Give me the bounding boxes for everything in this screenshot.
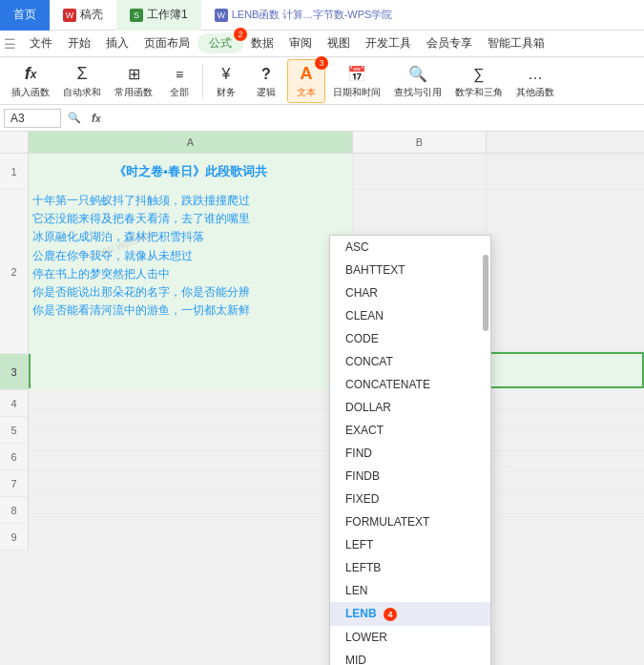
- cell-a3[interactable]: [31, 354, 355, 390]
- menu-layout[interactable]: 页面布局: [136, 33, 197, 53]
- more-fn-btn[interactable]: … 其他函数: [510, 60, 560, 102]
- menu-file[interactable]: 文件: [22, 33, 60, 53]
- finance-icon: ¥: [215, 63, 238, 86]
- tab-workbook-label: 工作簿1: [147, 7, 188, 23]
- dropdown-item-len[interactable]: LEN: [330, 579, 490, 602]
- text-fn-dropdown: ASC BAHTTEXT CHAR CLEAN CODE CONCAT CONC…: [329, 235, 491, 665]
- menu-devtools[interactable]: 开发工具: [358, 33, 419, 53]
- cell-a9[interactable]: [29, 493, 353, 514]
- row-num-9[interactable]: 9: [0, 524, 28, 551]
- tab-home[interactable]: 首页: [0, 0, 50, 31]
- tab-home-label: 首页: [13, 7, 36, 23]
- math-btn[interactable]: ∑ 数学和三角: [449, 60, 509, 102]
- autosum-label: 自动求和: [63, 86, 101, 99]
- dropdown-item-left[interactable]: LEFT: [330, 533, 490, 556]
- common-fn-btn[interactable]: ⊞ 常用函数: [109, 60, 158, 102]
- dropdown-item-concat[interactable]: CONCAT: [330, 350, 490, 373]
- text-fn-badge: 3: [315, 56, 328, 70]
- dropdown-item-findb[interactable]: FINDB: [330, 465, 490, 488]
- tab-draft[interactable]: W 稿壳: [50, 0, 116, 31]
- lookup-icon: 🔍: [406, 63, 429, 86]
- row-num-col: 1 2 3 4 5 6 7 8 9: [0, 154, 29, 551]
- dropdown-item-lower[interactable]: LOWER: [330, 626, 490, 649]
- all-fn-icon: ≡: [168, 63, 191, 86]
- finance-label: 财务: [217, 86, 236, 99]
- fx-label: fx: [88, 112, 105, 125]
- col-header-b[interactable]: B: [353, 132, 487, 153]
- cell-a5[interactable]: [29, 409, 353, 430]
- insert-fn-label: 插入函数: [11, 86, 50, 99]
- cell-a7[interactable]: [29, 451, 353, 472]
- menu-formula[interactable]: 公式 2: [197, 33, 243, 53]
- cell-a4[interactable]: [29, 388, 353, 409]
- dropdown-item-find[interactable]: FIND: [330, 442, 490, 465]
- table-row: 《时之卷•春日》此段歌词共: [29, 154, 644, 190]
- more-fn-label: 其他函数: [516, 86, 554, 99]
- toolbar: fx 插入函数 Σ 自动求和 ⊞ 常用函数 ≡ 全部 ¥ 财务 ? 逻辑 A 文…: [0, 57, 644, 105]
- grid-container: A B 1 2 3 4 5 6 7 8 9 《时之卷•春日: [0, 132, 644, 551]
- finance-btn[interactable]: ¥ 财务: [207, 60, 245, 102]
- cell-a8[interactable]: [29, 472, 353, 493]
- common-fn-icon: ⊞: [122, 63, 145, 86]
- dropdown-item-lenb[interactable]: LENB 4: [330, 602, 490, 626]
- dropdown-scrollbar[interactable]: [483, 255, 488, 331]
- insert-fn-icon: fx: [19, 63, 42, 86]
- insert-fn-btn[interactable]: fx 插入函数: [6, 60, 55, 102]
- tab-draft-label: 稿壳: [80, 7, 103, 23]
- dropdown-item-leftb[interactable]: LEFTB: [330, 556, 490, 579]
- logical-label: 逻辑: [257, 86, 276, 99]
- cell-a6[interactable]: [29, 430, 353, 451]
- menu-bar: ☰ 文件 开始 插入 页面布局 公式 2 数据 审阅 视图 开发工具 会员专享 …: [0, 31, 644, 57]
- lookup-btn[interactable]: 🔍 查找与引用: [388, 60, 447, 102]
- menu-view[interactable]: 视图: [320, 33, 358, 53]
- logical-icon: ?: [255, 63, 278, 86]
- text-fn-btn[interactable]: A 文本 3: [287, 59, 325, 103]
- lookup-label: 查找与引用: [394, 86, 442, 99]
- cell-a1[interactable]: 《时之卷•春日》此段歌词共: [29, 154, 353, 190]
- menu-insert[interactable]: 插入: [98, 33, 136, 53]
- row-num-1[interactable]: 1: [0, 154, 28, 190]
- autosum-icon: Σ: [71, 63, 93, 86]
- dropdown-item-exact[interactable]: EXACT: [330, 419, 490, 442]
- dropdown-item-asc[interactable]: ASC: [330, 236, 490, 259]
- dropdown-item-bahttext[interactable]: BAHTTEXT: [330, 259, 490, 281]
- row-num-6[interactable]: 6: [0, 444, 28, 470]
- cell-b1[interactable]: [353, 154, 487, 190]
- row-num-8[interactable]: 8: [0, 497, 28, 524]
- col-header-a[interactable]: A: [29, 132, 353, 153]
- datetime-btn[interactable]: 📅 日期和时间: [327, 60, 386, 102]
- dropdown-item-clean[interactable]: CLEAN: [330, 304, 490, 327]
- autosum-btn[interactable]: Σ 自动求和: [57, 60, 107, 102]
- row-num-2[interactable]: 2: [0, 190, 28, 354]
- dropdown-item-char[interactable]: CHAR: [330, 281, 490, 304]
- row-num-7[interactable]: 7: [0, 470, 28, 497]
- menu-ai[interactable]: 智能工具箱: [480, 33, 552, 53]
- dropdown-item-fixed[interactable]: FIXED: [330, 488, 490, 510]
- lenb-logo: W: [215, 9, 228, 22]
- tab-lenb[interactable]: W LENB函数 计算...字节数-WPS学院: [201, 0, 406, 31]
- logical-btn[interactable]: ? 逻辑: [247, 60, 285, 102]
- dropdown-item-formulatext[interactable]: FORMULATEXT: [330, 510, 490, 533]
- menu-vip[interactable]: 会员专享: [419, 33, 480, 53]
- formula-bar: 🔍 fx: [0, 105, 644, 132]
- menu-home[interactable]: 开始: [60, 33, 98, 53]
- cell-a2[interactable]: 十年第一只蚂蚁抖了抖触须，跌跌撞撞爬过 它还没能来得及把春天看清，去了谁的嘴里 …: [29, 190, 353, 354]
- common-fn-label: 常用函数: [114, 86, 153, 99]
- menu-review[interactable]: 审阅: [281, 33, 320, 53]
- dropdown-item-code[interactable]: CODE: [330, 327, 490, 350]
- row-num-4[interactable]: 4: [0, 390, 28, 417]
- dropdown-item-concatenate[interactable]: CONCATENATE: [330, 373, 490, 396]
- zoom-icon: 🔍: [65, 112, 84, 124]
- dropdown-item-dollar[interactable]: DOLLAR: [330, 396, 490, 419]
- formula-input[interactable]: [109, 112, 640, 125]
- row-num-5[interactable]: 5: [0, 417, 28, 444]
- cell-ref-input[interactable]: [4, 109, 61, 128]
- row-num-3[interactable]: 3: [0, 354, 28, 390]
- datetime-label: 日期和时间: [333, 86, 381, 99]
- tab-workbook[interactable]: S 工作簿1: [116, 0, 201, 31]
- all-fn-btn[interactable]: ≡ 全部: [160, 60, 198, 102]
- menu-data[interactable]: 数据: [243, 33, 281, 53]
- dropdown-item-mid[interactable]: MID: [330, 649, 490, 665]
- toolbar-sep-1: [202, 64, 203, 98]
- datetime-icon: 📅: [345, 63, 368, 86]
